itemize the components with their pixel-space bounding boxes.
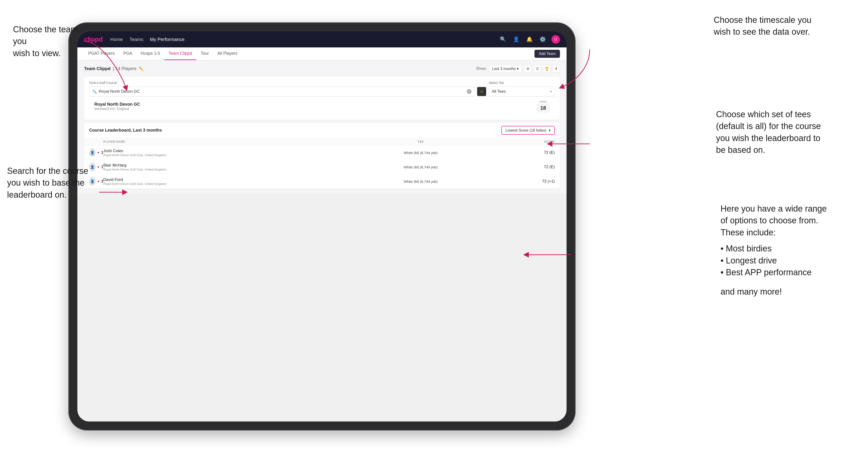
heart-icon-2: ♥: [97, 165, 99, 169]
course-search-input[interactable]: [99, 89, 467, 94]
search-magnifier-icon: 🔍: [92, 89, 97, 94]
heart-icon-3: ♥: [97, 180, 99, 183]
annotation-choose-team: Choose the team youwish to view.: [13, 24, 93, 59]
score-type-chevron: ▾: [549, 128, 551, 132]
heart-icon-1: ♥: [97, 151, 99, 154]
tee-select-value: All Tees: [492, 89, 506, 94]
rank-num-3: 3: [101, 179, 103, 184]
show-label: Show:: [476, 66, 487, 71]
select-tee-label: Select Tee: [489, 81, 555, 85]
col-tee: TEE: [315, 140, 526, 144]
main-content: Team Clippd | 14 Players ✏️ Show: Last 3…: [78, 60, 566, 193]
avatar-2: 👤: [89, 163, 96, 171]
bullet-drive: Longest drive: [720, 255, 827, 267]
player-name-2: Blair McHarg: [103, 163, 315, 168]
show-row: Show: Last 3 months ▾ ⊞ ☰ 🏆 ⬇: [476, 65, 560, 72]
rank-num-2: 1: [101, 165, 103, 169]
search-card: Find a Golf Course Select Tee 🔍 ✕ ☆ All …: [84, 76, 560, 120]
course-result: Royal North Devon GC Westward Ho!, Engla…: [89, 96, 555, 116]
team-name: Team Clippd: [84, 66, 111, 71]
score-cell-1: 72 (E): [526, 150, 555, 155]
list-view-icon[interactable]: ☰: [533, 65, 541, 72]
col-player-name: PLAYER NAME: [103, 140, 315, 144]
player-name-1: Josh Coles: [103, 149, 315, 153]
show-select[interactable]: Last 3 months ▾: [489, 65, 522, 72]
subnav-team-clippd[interactable]: Team Clippd: [164, 48, 196, 60]
leaderboard-header: Course Leaderboard, Last 3 months Lowest…: [84, 123, 560, 138]
sub-nav: PGAT Players PGA Hcaps 1-5 Team Clippd T…: [78, 48, 566, 60]
score-cell-3: 73 (+1): [526, 179, 555, 184]
settings-icon[interactable]: ⚙️: [538, 35, 547, 44]
search-row: 🔍 ✕ ☆ All Tees ▾: [89, 87, 555, 96]
player-cell-3: David Ford Royal North Devon Golf Club, …: [103, 177, 315, 186]
holes-label: Holes: [537, 100, 550, 103]
tee-cell-1: White (M) (6,744 yds): [315, 151, 526, 155]
bullet-birdies: Most birdies: [720, 243, 827, 254]
team-title: Team Clippd | 14 Players ✏️: [84, 66, 144, 71]
leaderboard-section: Course Leaderboard, Last 3 months Lowest…: [84, 123, 560, 189]
leaderboard-title: Course Leaderboard, Last 3 months: [89, 128, 162, 133]
team-count: | 14 Players: [113, 66, 136, 71]
tee-select[interactable]: All Tees ▾: [489, 87, 555, 96]
course-search-input-wrap[interactable]: 🔍 ✕: [89, 87, 474, 96]
edit-icon[interactable]: ✏️: [139, 66, 144, 71]
find-course-label: Find a Golf Course: [89, 81, 489, 85]
rank-cell-2: 👤 ♥ 1: [89, 163, 103, 171]
search-icon[interactable]: 🔍: [499, 35, 507, 44]
score-type-label: Lowest Score (18 holes): [505, 128, 546, 132]
holes-box: Holes 18: [537, 100, 550, 112]
nav-home[interactable]: Home: [110, 37, 123, 42]
holes-number: 18: [537, 104, 550, 112]
nav-my-performance[interactable]: My Performance: [150, 37, 185, 42]
navbar-icons: 🔍 👤 🔔 ⚙️ U: [499, 35, 560, 44]
bullet-app: Best APP performance: [720, 267, 827, 278]
rank-cell-1: 👤 ♥ 1: [89, 148, 103, 157]
trophy-icon[interactable]: 🏆: [543, 65, 551, 72]
favorite-button[interactable]: ☆: [477, 87, 486, 96]
annotation-options: Here you have a wide rangeof options to …: [720, 203, 827, 298]
player-club-2: Royal North Devon Golf Club, United King…: [103, 168, 315, 171]
subnav-hcaps[interactable]: Hcaps 1-5: [136, 48, 164, 60]
table-row: 👤 ♥ 3 David Ford Royal North Devon Golf …: [84, 174, 560, 189]
tablet-shell: clippd Home Teams My Performance 🔍 👤 🔔 ⚙…: [68, 22, 576, 431]
tablet-screen: clippd Home Teams My Performance 🔍 👤 🔔 ⚙…: [78, 31, 566, 422]
nav-teams[interactable]: Teams: [129, 37, 144, 42]
annotation-tees: Choose which set of tees(default is all)…: [716, 108, 821, 156]
player-cell-1: Josh Coles Royal North Devon Golf Club, …: [103, 149, 315, 157]
grid-view-icon[interactable]: ⊞: [524, 65, 532, 72]
subnav-tour[interactable]: Tour: [196, 48, 213, 60]
nav-items: Home Teams My Performance: [110, 37, 491, 42]
annotation-timescale: Choose the timescale youwish to see the …: [714, 14, 811, 38]
annotation-search-course: Search for the courseyou wish to base th…: [7, 165, 88, 201]
player-name-3: David Ford: [103, 177, 315, 182]
subnav-all-players[interactable]: All Players: [213, 48, 242, 60]
player-club-1: Royal North Devon Golf Club, United King…: [103, 153, 315, 157]
add-team-button[interactable]: Add Team: [534, 50, 560, 58]
search-labels: Find a Golf Course Select Tee: [89, 81, 555, 85]
profile-icon[interactable]: 👤: [512, 35, 520, 44]
subnav-pga[interactable]: PGA: [119, 48, 136, 60]
leaderboard-columns: PLAYER NAME TEE SCORE: [84, 138, 560, 146]
tee-cell-3: White (M) (6,744 yds): [315, 180, 526, 184]
col-score: SCORE: [526, 140, 555, 144]
table-row: 👤 ♥ 1 Blair McHarg Royal North Devon Gol…: [84, 160, 560, 174]
score-type-button[interactable]: Lowest Score (18 holes) ▾: [501, 126, 555, 135]
and-more-text: and many more!: [720, 286, 827, 298]
course-info: Royal North Devon GC Westward Ho!, Engla…: [94, 102, 140, 111]
view-icons: ⊞ ☰ 🏆 ⬇: [524, 65, 560, 72]
tee-cell-2: White (M) (6,744 yds): [315, 165, 526, 169]
user-avatar[interactable]: U: [552, 35, 560, 44]
rank-cell-3: 👤 ♥ 3: [89, 177, 103, 186]
player-club-3: Royal North Devon Golf Club, United King…: [103, 182, 315, 186]
navbar: clippd Home Teams My Performance 🔍 👤 🔔 ⚙…: [78, 31, 566, 48]
team-header-row: Team Clippd | 14 Players ✏️ Show: Last 3…: [84, 65, 560, 72]
course-location: Westward Ho!, England: [94, 107, 140, 111]
clear-search-button[interactable]: ✕: [467, 89, 471, 94]
download-icon[interactable]: ⬇: [552, 65, 560, 72]
table-row: 👤 ♥ 1 Josh Coles Royal North Devon Golf …: [84, 146, 560, 160]
rank-num-1: 1: [101, 151, 103, 155]
avatar-3: 👤: [89, 177, 96, 186]
avatar-1: 👤: [89, 148, 96, 157]
course-name: Royal North Devon GC: [94, 102, 140, 107]
notifications-icon[interactable]: 🔔: [525, 35, 533, 44]
